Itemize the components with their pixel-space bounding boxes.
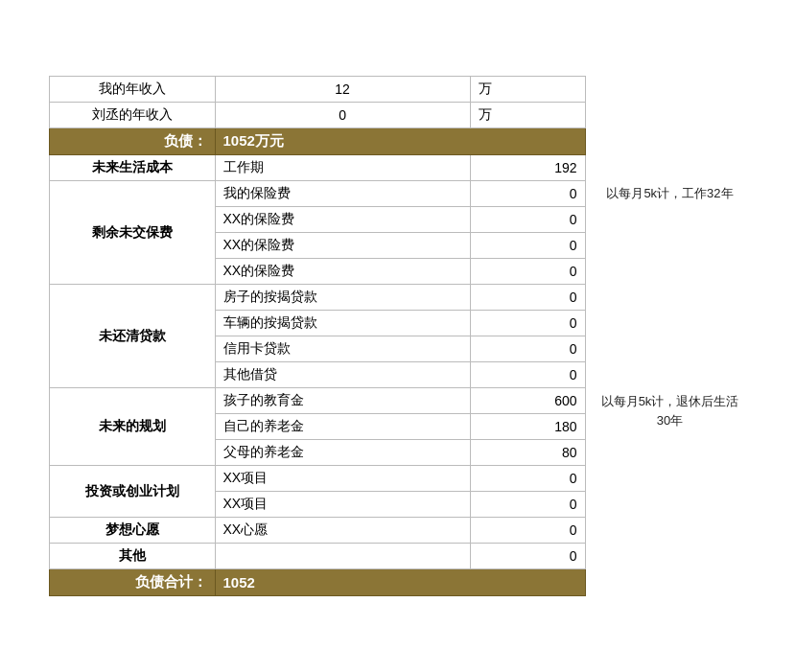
value-plan1: 600 bbox=[470, 388, 585, 414]
header-col2: 1052万元 bbox=[215, 128, 585, 155]
section-row-living: 未来生活成本 工作期 192 bbox=[49, 155, 585, 181]
sub-label-ins4: XX的保险费 bbox=[215, 259, 470, 285]
page-wrapper: 我的年收入 12 万 刘丞的年收入 0 万 负债： 1052万元 未来生活成本 … bbox=[39, 66, 757, 606]
footer-col2: 1052 bbox=[215, 569, 585, 596]
value-ins2: 0 bbox=[470, 207, 585, 233]
sub-label-invest2: XX项目 bbox=[215, 492, 470, 518]
value-ins3: 0 bbox=[470, 233, 585, 259]
income-row-1: 我的年收入 12 万 bbox=[49, 77, 585, 103]
value-dream1: 0 bbox=[470, 518, 585, 544]
liability-footer: 负债合计： 1052 bbox=[49, 569, 585, 596]
value-work-period: 192 bbox=[470, 155, 585, 181]
sub-label-loan3: 信用卡贷款 bbox=[215, 336, 470, 362]
sub-label-plan2: 自己的养老金 bbox=[215, 414, 470, 440]
income-value-1: 12 bbox=[215, 77, 470, 103]
liability-table: 我的年收入 12 万 刘丞的年收入 0 万 负债： 1052万元 未来生活成本 … bbox=[49, 76, 586, 596]
header-col1: 负债： bbox=[49, 128, 215, 155]
income-value-2: 0 bbox=[215, 103, 470, 128]
income-unit-2: 万 bbox=[470, 103, 585, 128]
sub-label-plan3: 父母的养老金 bbox=[215, 440, 470, 466]
sub-label-ins2: XX的保险费 bbox=[215, 207, 470, 233]
liability-header: 负债： 1052万元 bbox=[49, 128, 585, 155]
value-loan2: 0 bbox=[470, 311, 585, 336]
value-loan3: 0 bbox=[470, 336, 585, 362]
sub-label-dream1: XX心愿 bbox=[215, 518, 470, 544]
value-plan2: 180 bbox=[470, 414, 585, 440]
sub-label-work-period: 工作期 bbox=[215, 155, 470, 181]
value-plan3: 80 bbox=[470, 440, 585, 466]
sub-label-other1 bbox=[215, 544, 470, 569]
value-loan4: 0 bbox=[470, 362, 585, 388]
section-label-other: 其他 bbox=[49, 544, 215, 569]
value-other1: 0 bbox=[470, 544, 585, 569]
value-ins1: 0 bbox=[470, 181, 585, 207]
section-row-invest-1: 投资或创业计划 XX项目 0 bbox=[49, 466, 585, 492]
section-label-loan: 未还清贷款 bbox=[49, 285, 215, 388]
side-notes: 以每月5k计，工作32年 以每月5k计，退休后生活30年 bbox=[594, 76, 747, 433]
value-invest2: 0 bbox=[470, 492, 585, 518]
section-label-insurance: 剩余未交保费 bbox=[49, 181, 215, 285]
value-loan1: 0 bbox=[470, 285, 585, 311]
sub-label-ins3: XX的保险费 bbox=[215, 233, 470, 259]
income-label-1: 我的年收入 bbox=[49, 77, 215, 103]
sub-label-invest1: XX项目 bbox=[215, 466, 470, 492]
section-row-plan-1: 未来的规划 孩子的教育金 600 bbox=[49, 388, 585, 414]
section-label-plan: 未来的规划 bbox=[49, 388, 215, 466]
income-unit-1: 万 bbox=[470, 77, 585, 103]
sub-label-loan4: 其他借贷 bbox=[215, 362, 470, 388]
sub-label-ins1: 我的保险费 bbox=[215, 181, 470, 207]
section-row-loan-1: 未还清贷款 房子的按揭贷款 0 bbox=[49, 285, 585, 311]
footer-col1: 负债合计： bbox=[49, 569, 215, 596]
sub-label-loan1: 房子的按揭贷款 bbox=[215, 285, 470, 311]
sub-label-loan2: 车辆的按揭贷款 bbox=[215, 311, 470, 336]
income-row-2: 刘丞的年收入 0 万 bbox=[49, 103, 585, 128]
section-row-other: 其他 0 bbox=[49, 544, 585, 569]
value-ins4: 0 bbox=[470, 259, 585, 285]
value-invest1: 0 bbox=[470, 466, 585, 492]
side-note-2: 以每月5k计，退休后生活30年 bbox=[594, 388, 747, 433]
section-label-dream: 梦想心愿 bbox=[49, 518, 215, 544]
sub-label-plan1: 孩子的教育金 bbox=[215, 388, 470, 414]
section-label-invest: 投资或创业计划 bbox=[49, 466, 215, 518]
section-row-insurance-1: 剩余未交保费 我的保险费 0 bbox=[49, 181, 585, 207]
section-label-living: 未来生活成本 bbox=[49, 155, 215, 181]
income-label-2: 刘丞的年收入 bbox=[49, 103, 215, 128]
side-note-1: 以每月5k计，工作32年 bbox=[594, 181, 747, 206]
section-row-dream: 梦想心愿 XX心愿 0 bbox=[49, 518, 585, 544]
